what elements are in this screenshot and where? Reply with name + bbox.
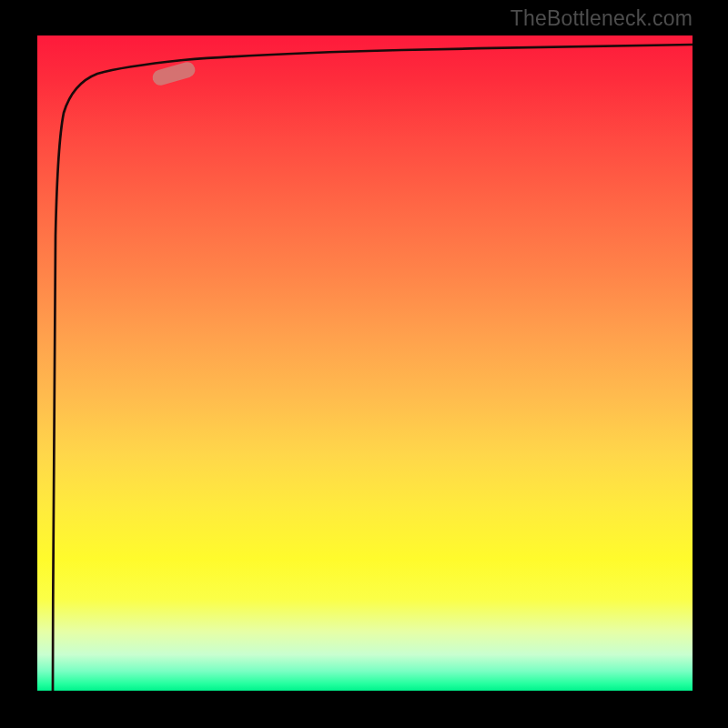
chart-svg: [37, 35, 693, 691]
svg-rect-0: [151, 60, 197, 87]
curve-marker: [151, 60, 197, 87]
plot-area: [37, 35, 693, 691]
watermark-text: TheBottleneck.com: [511, 6, 693, 31]
bottleneck-curve: [53, 45, 693, 691]
chart-stage: TheBottleneck.com: [0, 0, 728, 728]
